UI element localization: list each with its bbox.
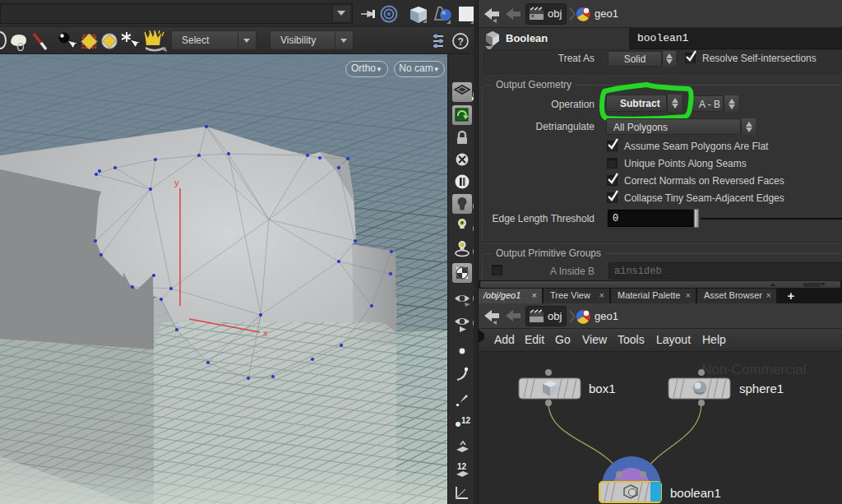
svg-text:12: 12 (461, 416, 471, 425)
svg-text:y: y (174, 178, 179, 187)
svg-text:?: ? (458, 36, 464, 48)
svg-text:12: 12 (457, 462, 467, 471)
svg-text:M: M (531, 14, 534, 20)
svg-text:x: x (263, 328, 268, 338)
